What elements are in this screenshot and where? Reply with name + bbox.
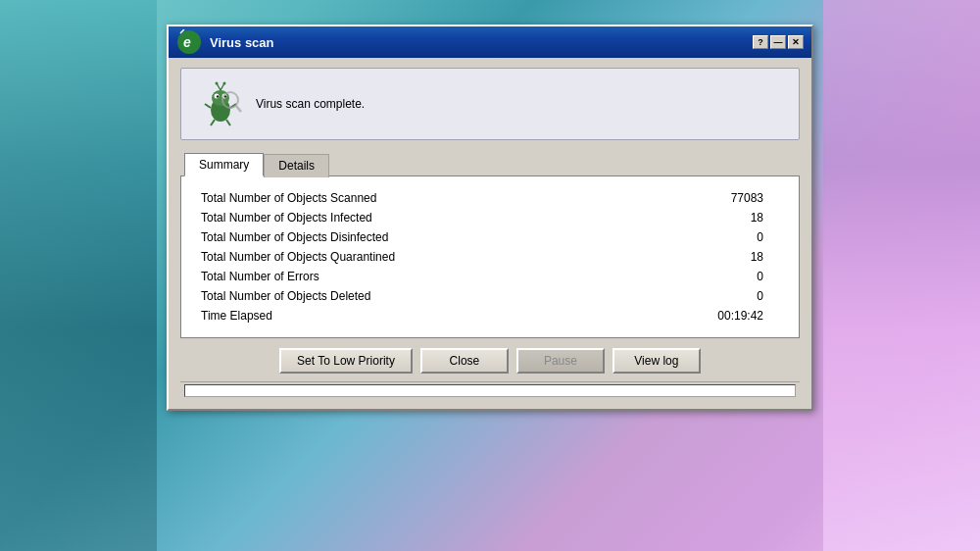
- buttons-row: Set To Low Priority Close Pause View log: [180, 338, 800, 381]
- stat-value: 0: [633, 267, 783, 286]
- svg-point-10: [216, 82, 219, 85]
- dialog-title: Virus scan: [210, 35, 753, 50]
- svg-line-18: [236, 106, 241, 112]
- status-panel: Virus scan complete.: [180, 68, 800, 140]
- table-row: Time Elapsed 00:19:42: [197, 306, 783, 326]
- svg-line-13: [205, 104, 211, 108]
- pause-button[interactable]: Pause: [516, 348, 605, 374]
- table-row: Total Number of Objects Disinfected 0: [197, 227, 783, 247]
- tab-details[interactable]: Details: [264, 154, 329, 177]
- app-logo: e: [176, 29, 202, 55]
- svg-point-7: [217, 95, 219, 97]
- view-log-button[interactable]: View log: [612, 348, 701, 374]
- table-row: Total Number of Objects Scanned 77083: [197, 188, 783, 208]
- title-bar-buttons: ? — ✕: [753, 35, 804, 49]
- svg-line-16: [226, 120, 230, 125]
- svg-text:e: e: [183, 34, 191, 50]
- status-bar: [180, 381, 800, 399]
- table-row: Total Number of Objects Deleted 0: [197, 286, 783, 306]
- tabs-container: Summary Details Total Number of Objects …: [180, 152, 800, 338]
- stat-label: Total Number of Objects Infected: [197, 208, 633, 227]
- minimize-button[interactable]: —: [770, 35, 786, 49]
- title-bar: e Virus scan ? — ✕: [169, 26, 811, 58]
- stat-value: 0: [633, 286, 783, 306]
- tab-summary[interactable]: Summary: [184, 153, 264, 176]
- stat-value: 77083: [633, 188, 783, 208]
- help-button[interactable]: ?: [753, 35, 768, 49]
- stat-label: Total Number of Errors: [197, 267, 633, 286]
- table-row: Total Number of Objects Quarantined 18: [197, 247, 783, 267]
- stat-value: 18: [633, 247, 783, 267]
- dialog-body: Virus scan complete. Summary Details Tot…: [169, 58, 811, 409]
- set-low-priority-button[interactable]: Set To Low Priority: [279, 348, 413, 374]
- table-row: Total Number of Objects Infected 18: [197, 208, 783, 227]
- virus-scan-dialog: e Virus scan ? — ✕: [167, 25, 813, 411]
- svg-point-12: [223, 82, 226, 85]
- close-button[interactable]: ✕: [788, 35, 804, 49]
- stats-table: Total Number of Objects Scanned 77083 To…: [197, 188, 783, 326]
- stat-value: 18: [633, 208, 783, 227]
- stat-label: Total Number of Objects Deleted: [197, 286, 633, 306]
- stat-value: 00:19:42: [633, 306, 783, 326]
- svg-line-15: [211, 120, 215, 125]
- stat-label: Time Elapsed: [197, 306, 633, 326]
- virus-mascot-icon: [197, 80, 244, 127]
- stat-label: Total Number of Objects Quarantined: [197, 247, 633, 267]
- stat-value: 0: [633, 227, 783, 247]
- status-message: Virus scan complete.: [256, 97, 365, 111]
- stat-label: Total Number of Objects Scanned: [197, 188, 633, 208]
- close-button-action[interactable]: Close: [420, 348, 509, 374]
- table-row: Total Number of Errors 0: [197, 267, 783, 286]
- summary-panel: Total Number of Objects Scanned 77083 To…: [180, 175, 800, 338]
- status-bar-inner: [184, 384, 796, 397]
- stat-label: Total Number of Objects Disinfected: [197, 227, 633, 247]
- tabs-header: Summary Details: [184, 152, 800, 175]
